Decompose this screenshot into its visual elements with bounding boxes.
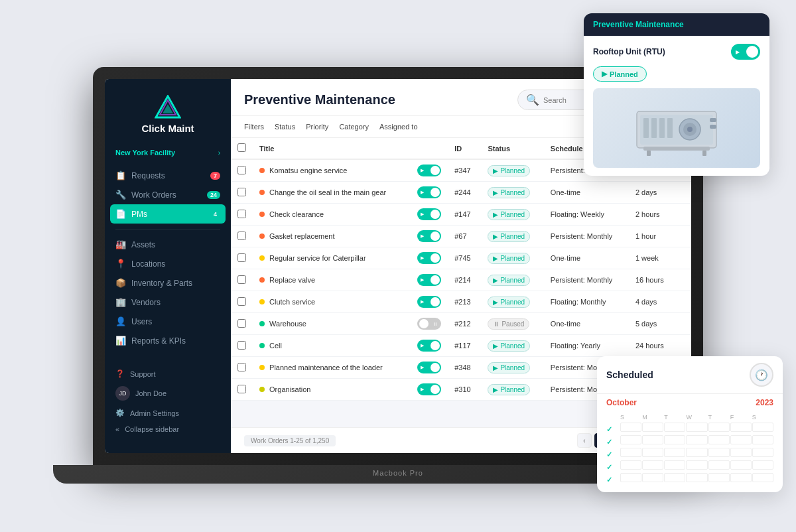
row-toggle-cell: ▶ <box>411 204 448 226</box>
sidebar-item-reports[interactable]: 📊 Reports & KPIs <box>105 331 231 350</box>
pagination-info: Work Orders 1-25 of 1,250 <box>244 435 336 446</box>
row-checkbox[interactable] <box>237 319 246 328</box>
filter-status[interactable]: Status <box>275 121 295 132</box>
svg-point-11 <box>687 127 693 132</box>
row-checkbox[interactable] <box>237 341 246 350</box>
status-badge: ▶ Planned <box>488 297 530 308</box>
logo-area: Click Maint <box>105 90 231 145</box>
cal-cell <box>752 435 773 444</box>
row-toggle[interactable]: ▶ <box>417 230 441 242</box>
collapse-sidebar-item[interactable]: « Collapse sidebar <box>105 421 231 437</box>
filter-priority[interactable]: Priority <box>306 121 328 132</box>
pause-icon: ⏸ <box>433 322 438 326</box>
row-checkbox[interactable] <box>237 188 246 196</box>
floating-scheduled-card: Scheduled 🕐 October 2023 SMTWTFS✓✓✓✓✓ <box>597 356 783 492</box>
row-title-text: Replace valve <box>269 276 315 284</box>
pms-icon: 📄 <box>115 209 126 219</box>
row-checkbox[interactable] <box>237 232 246 240</box>
sidebar-item-inventory[interactable]: 📦 Inventory & Parts <box>105 273 231 293</box>
sidebar-item-assets[interactable]: 🏭 Assets <box>105 235 231 254</box>
row-id: #117 <box>448 335 481 357</box>
row-id: #347 <box>448 159 481 182</box>
sidebar-item-pms[interactable]: 📄 PMs 4 <box>110 204 226 224</box>
row-toggle[interactable]: ▶ <box>417 362 441 373</box>
row-toggle[interactable]: ▶ <box>417 252 441 264</box>
support-item[interactable]: ❓ Support <box>105 366 231 382</box>
table-row[interactable]: Clutch service ▶ #213 ▶ Planned Floating… <box>231 291 691 313</box>
facility-chevron-icon: › <box>218 149 220 157</box>
table-row[interactable]: Check clearance ▶ #147 ▶ Planned Floatin… <box>231 204 691 226</box>
svg-marker-2 <box>163 104 173 113</box>
play-icon: ▶ <box>421 168 424 173</box>
sidebar-item-workorders[interactable]: 🔧 Work Orders 24 <box>105 185 231 204</box>
cal-grid-row: ✓ <box>606 423 773 434</box>
row-checkbox[interactable] <box>237 275 246 284</box>
row-toggle[interactable]: ▶ <box>417 296 441 308</box>
priority-dot <box>259 212 265 217</box>
row-toggle[interactable]: ▶ <box>417 340 441 352</box>
row-status: ▶ Planned <box>481 247 543 269</box>
row-checkbox[interactable] <box>237 210 246 218</box>
page-prev-btn[interactable]: ‹ <box>577 433 592 448</box>
play-icon: ▶ <box>421 343 424 348</box>
sidebar-item-locations[interactable]: 📍 Locations <box>105 254 231 273</box>
row-checkbox[interactable] <box>237 253 246 262</box>
play-icon: ▶ <box>421 233 424 239</box>
row-toggle[interactable]: ▶ <box>417 165 441 176</box>
row-toggle[interactable]: ▶ <box>417 208 441 220</box>
row-toggle[interactable]: ▶ <box>417 383 441 395</box>
table-row[interactable]: Warehouse ⏸ #212 ⏸ Paused One-time 5 day… <box>231 313 691 335</box>
cal-checkmark: ✓ <box>606 460 620 472</box>
table-row[interactable]: Replace valve ▶ #214 ▶ Planned Persisten… <box>231 269 691 291</box>
sidebar-item-users[interactable]: 👤 Users <box>105 312 231 331</box>
filter-category[interactable]: Category <box>339 121 369 132</box>
cal-cell <box>620 473 641 482</box>
table-row[interactable]: Regular service for Caterpillar ▶ #745 ▶… <box>231 247 691 269</box>
row-checkbox[interactable] <box>237 166 246 174</box>
row-toggle[interactable]: ▶ <box>417 274 441 286</box>
sched-month-row: October 2023 <box>597 394 783 411</box>
pm-toggle[interactable]: ▶ <box>731 44 760 60</box>
play-icon: ▶ <box>421 190 424 195</box>
row-toggle-cell: ⏸ <box>411 313 448 335</box>
row-toggle-cell: ▶ <box>411 247 448 269</box>
priority-dot <box>259 343 265 348</box>
admin-settings-item[interactable]: ⚙️ Admin Settings <box>105 405 231 421</box>
filter-filters[interactable]: Filters <box>244 121 264 132</box>
cal-cell <box>708 448 730 457</box>
row-check <box>231 357 253 379</box>
row-toggle[interactable]: ▶ <box>417 186 441 198</box>
sidebar-item-requests[interactable]: 📋 Requests 7 <box>105 166 231 185</box>
row-checkbox[interactable] <box>237 385 246 393</box>
row-id: #213 <box>448 291 481 313</box>
status-play-icon: ▶ <box>493 211 498 218</box>
select-all-checkbox[interactable] <box>237 143 246 152</box>
row-checkbox[interactable] <box>237 363 246 371</box>
row-title: Gasket replacement <box>253 226 411 247</box>
row-checkbox[interactable] <box>237 297 246 306</box>
svg-rect-14 <box>643 147 710 151</box>
cal-cell <box>620 460 641 470</box>
filter-assigned[interactable]: Assigned to <box>379 121 417 132</box>
cal-cell <box>664 460 685 470</box>
floating-card-header: Preventive Maintenance <box>584 13 769 36</box>
cal-grid-row: ✓ <box>606 473 773 485</box>
row-toggle[interactable]: ⏸ <box>417 318 441 330</box>
row-check <box>231 291 253 313</box>
cal-cell <box>642 473 663 482</box>
sidebar-divider <box>115 229 220 230</box>
facility-name: New York Facility <box>115 149 175 157</box>
table-row[interactable]: Cell ▶ #117 ▶ Planned Floating: Yearly 2… <box>231 335 691 357</box>
svg-rect-16 <box>702 151 706 156</box>
table-row[interactable]: Change the oil seal in the main gear ▶ #… <box>231 182 691 204</box>
cal-cell <box>752 448 773 457</box>
sidebar-item-vendors[interactable]: 🏢 Vendors <box>105 293 231 312</box>
pm-planned-row: ▶ Planned <box>593 66 760 82</box>
table-row[interactable]: Gasket replacement ▶ #67 ▶ Planned Persi… <box>231 226 691 247</box>
cal-cell <box>642 435 663 444</box>
sidebar-item-label: Reports & KPIs <box>131 336 186 346</box>
row-id: #214 <box>448 269 481 291</box>
cal-grid-row: ✓ <box>606 435 773 447</box>
row-check <box>231 379 253 401</box>
facility-row[interactable]: New York Facility › <box>105 145 231 161</box>
